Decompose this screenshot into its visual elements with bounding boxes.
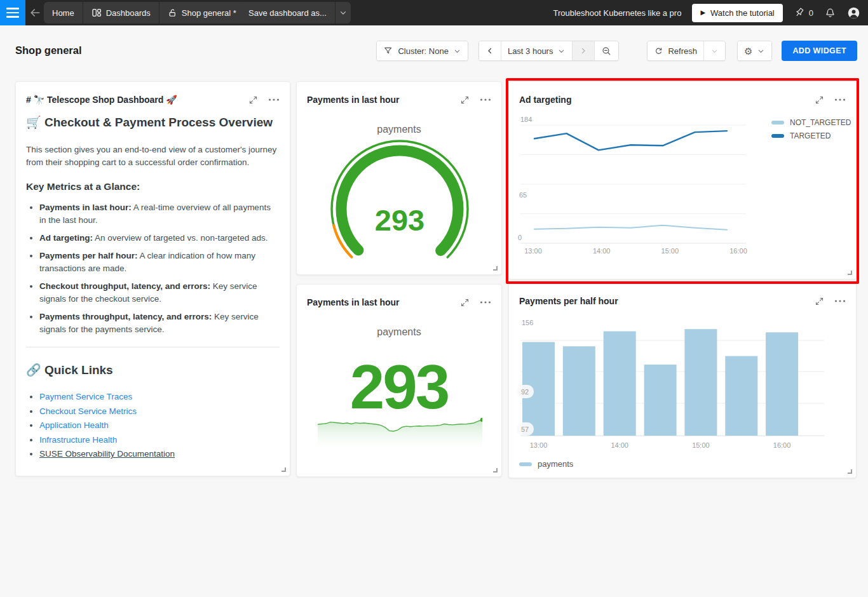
refresh-button[interactable]: Refresh: [648, 41, 703, 60]
widget-payments-per-half-hour: Payments per half hour 156 92 57 13:00 1…: [508, 283, 857, 478]
payments-bar-chart: 156 92 57 13:00 14:00 15:00 16:00: [509, 315, 836, 455]
back-arrow-icon: [29, 6, 41, 19]
link-infrastructure-health[interactable]: Infrastructure Health: [39, 435, 117, 445]
ad-targeting-line-chart: 184 65 0 13:00 14:00 15:00 16:00: [509, 114, 763, 270]
cluster-filter-button[interactable]: Cluster: None: [376, 41, 468, 61]
widget-resize-handle[interactable]: [493, 266, 498, 271]
payments-gauge-chart: 293: [297, 138, 503, 274]
metrics-heading: Key Metrics at a Glance:: [26, 181, 280, 192]
save-dashboard-as-button[interactable]: Save dashboard as...: [240, 2, 335, 23]
legend-swatch-targeted: [771, 134, 784, 138]
refresh-group: Refresh: [647, 41, 726, 61]
pin-count: 0: [809, 8, 813, 18]
expand-icon[interactable]: [248, 95, 258, 105]
list-item: Payment Service Traces: [39, 390, 280, 405]
chevron-right-icon: [579, 46, 588, 55]
metric-item: Ad targeting: An overview of targeted vs…: [39, 232, 280, 245]
dashboard-toolbar: Cluster: None Last 3 hours Ref: [376, 41, 857, 61]
widget-resize-handle[interactable]: [848, 271, 852, 275]
tab-home[interactable]: Home: [44, 2, 83, 23]
metrics-list: Payments in last hour: A real-time overv…: [39, 201, 280, 336]
widget-menu-icon[interactable]: [834, 299, 846, 303]
nav-tab-group: Home Dashboards Shop general * ★: [44, 2, 273, 23]
user-avatar[interactable]: [847, 6, 860, 20]
link-checkout-service-metrics[interactable]: Checkout Service Metrics: [39, 406, 137, 416]
notifications-bell-icon[interactable]: [824, 7, 836, 19]
save-dashboard-dropdown[interactable]: [335, 2, 351, 23]
link-payment-service-traces[interactable]: Payment Service Traces: [39, 392, 132, 401]
legend-swatch-not-targeted: [771, 121, 784, 124]
widget-resize-handle[interactable]: [848, 469, 852, 474]
expand-icon[interactable]: [460, 95, 470, 105]
settings-group: ⚙: [737, 41, 772, 61]
time-back-button[interactable]: [479, 41, 501, 60]
refresh-options-dropdown[interactable]: [703, 41, 725, 60]
widget-menu-icon[interactable]: [480, 300, 491, 304]
chevron-down-icon: [557, 47, 566, 55]
widget-resize-handle[interactable]: [493, 468, 498, 473]
markdown-heading: 🛒 Checkout & Payment Process Overview: [26, 115, 280, 130]
quick-links-heading: 🔗 Quick Links: [26, 363, 280, 377]
x-tick: 13:00: [524, 247, 542, 255]
chevron-left-icon: [485, 46, 494, 55]
widget-menu-icon[interactable]: [834, 98, 846, 102]
time-zoom-out-button[interactable]: [594, 41, 618, 60]
refresh-label: Refresh: [668, 46, 697, 56]
x-tick: 16:00: [729, 247, 747, 255]
dashboard-page: Home Dashboards Shop general * ★ Save da…: [0, 0, 868, 597]
time-forward-button[interactable]: [572, 41, 594, 60]
pin-icon: [794, 7, 806, 19]
tab-dashboards-label: Dashboards: [106, 8, 151, 18]
chevron-down-icon: [339, 8, 348, 17]
legend-label: NOT_TARGETED: [790, 118, 851, 127]
legend-label: payments: [538, 459, 573, 469]
tab-dashboards[interactable]: Dashboards: [83, 2, 159, 23]
markdown-content: 🛒 Checkout & Payment Process Overview Th…: [26, 115, 280, 462]
expand-icon[interactable]: [815, 297, 824, 306]
legend-label: TARGETED: [790, 131, 831, 140]
add-widget-button[interactable]: ADD WIDGET: [782, 41, 857, 61]
y-tick: 65: [519, 191, 527, 199]
x-tick: 16:00: [773, 441, 791, 449]
tab-home-label: Home: [52, 8, 74, 18]
legend-swatch-payments: [519, 462, 532, 466]
widget-menu-icon[interactable]: [480, 98, 491, 102]
unlock-icon: [168, 8, 177, 18]
x-tick: 15:00: [692, 441, 710, 449]
y-tick: 156: [522, 319, 533, 326]
widget-title: Ad targeting: [519, 95, 815, 105]
list-item: Infrastructure Health: [39, 433, 280, 448]
dashboards-icon: [92, 8, 102, 18]
promo-text: Troubleshoot Kubernetes like a pro: [553, 8, 682, 18]
play-icon: ▶: [700, 10, 705, 16]
link-suse-observability-docs[interactable]: SUSE Observability Documentation: [39, 449, 175, 459]
chevron-down-icon: [757, 47, 765, 55]
expand-icon[interactable]: [460, 298, 470, 307]
widget-resize-handle[interactable]: [281, 467, 286, 472]
payments-sparkline: [318, 415, 482, 454]
gauge-metric-label: payments: [297, 124, 501, 135]
legend-entry[interactable]: TARGETED: [771, 131, 851, 140]
time-range-selector[interactable]: Last 3 hours: [501, 41, 573, 60]
watch-tutorial-button[interactable]: ▶ Watch the tutorial: [692, 4, 782, 22]
divider: [26, 347, 280, 347]
gear-icon: ⚙: [744, 46, 752, 56]
metric-item: Checkout throughput, latency, and errors…: [39, 280, 280, 305]
legend-entry[interactable]: NOT_TARGETED: [771, 118, 851, 127]
x-tick: 15:00: [661, 247, 679, 255]
widget-menu-icon[interactable]: [268, 98, 280, 102]
widget-title: Payments in last hour: [307, 95, 460, 105]
page-title: Shop general: [15, 44, 82, 57]
link-application-health[interactable]: Application Health: [39, 420, 109, 430]
payments-value: 293: [297, 356, 501, 418]
widget-title: Payments in last hour: [307, 297, 460, 307]
pinned-items-button[interactable]: 0: [794, 7, 813, 19]
hamburger-menu-button[interactable]: [0, 0, 25, 25]
expand-icon[interactable]: [815, 95, 824, 105]
y-tick: 0: [518, 234, 522, 241]
bar-series: [522, 329, 798, 436]
chart-legend[interactable]: payments: [519, 459, 573, 469]
dashboard-settings-button[interactable]: ⚙: [738, 41, 771, 60]
back-button[interactable]: [27, 5, 43, 20]
tab-shop-general-label: Shop general *: [182, 8, 236, 18]
